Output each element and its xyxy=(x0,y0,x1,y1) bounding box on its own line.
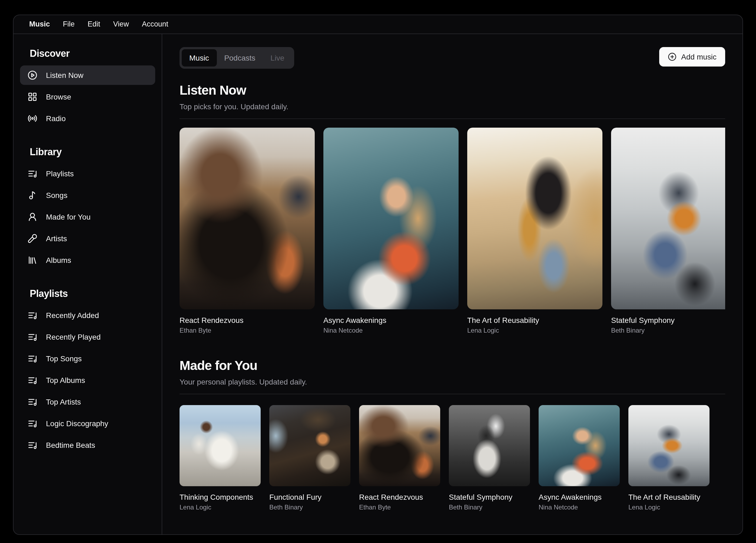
library-icon xyxy=(28,255,37,265)
album-artist: Ethan Byte xyxy=(180,327,315,334)
content-sections: Listen NowTop picks for you. Updated dai… xyxy=(180,82,725,511)
album-card[interactable]: Async AwakeningsNina Netcode xyxy=(539,405,620,511)
tabs: MusicPodcastsLive xyxy=(180,47,294,69)
tab-music[interactable]: Music xyxy=(182,49,217,67)
album-card[interactable]: Async AwakeningsNina Netcode xyxy=(323,128,459,334)
album-card[interactable]: React RendezvousEthan Byte xyxy=(359,405,440,511)
add-music-button[interactable]: Add music xyxy=(659,47,725,67)
album-artist: Nina Netcode xyxy=(539,504,620,511)
sidebar-section-title: Library xyxy=(20,144,155,160)
sidebar-section-items: Recently AddedRecently PlayedTop SongsTo… xyxy=(20,306,155,455)
list-music-icon xyxy=(28,440,37,450)
album-artist: Lena Logic xyxy=(467,327,602,334)
sidebar-item-playlists[interactable]: Playlists xyxy=(20,164,155,183)
sidebar-section-discover: DiscoverListen NowBrowseRadio xyxy=(20,46,155,128)
album-card[interactable]: The Art of ReusabilityLena Logic xyxy=(628,405,709,511)
section-title-listen-now: Listen Now xyxy=(180,82,725,99)
sidebar-item-albums[interactable]: Albums xyxy=(20,250,155,270)
page: MusicFileEditViewAccount DiscoverListen … xyxy=(0,0,756,543)
album-card[interactable]: The Art of ReusabilityLena Logic xyxy=(467,128,602,334)
sidebar-section-library: LibraryPlaylistsSongsMade for YouArtists… xyxy=(20,144,155,270)
sidebar-item-label: Made for You xyxy=(46,213,91,221)
album-card[interactable]: Stateful SymphonyBeth Binary xyxy=(449,405,530,511)
menubar-item-view[interactable]: View xyxy=(107,17,135,32)
menubar-item-account[interactable]: Account xyxy=(135,17,175,32)
sidebar-item-label: Artists xyxy=(46,235,67,242)
sidebar-section-items: Listen NowBrowseRadio xyxy=(20,65,155,128)
list-music-icon xyxy=(28,419,37,428)
app-window: MusicFileEditViewAccount DiscoverListen … xyxy=(13,15,743,535)
album-art-white-fashion xyxy=(180,405,261,486)
section-listen-now: Listen NowTop picks for you. Updated dai… xyxy=(180,82,725,334)
sidebar-item-top-artists[interactable]: Top Artists xyxy=(20,392,155,412)
circle-plus-icon xyxy=(668,52,676,61)
sidebar-item-recently-added[interactable]: Recently Added xyxy=(20,306,155,325)
menubar-item-music[interactable]: Music xyxy=(23,17,57,32)
sidebar-item-label: Albums xyxy=(46,256,71,264)
sidebar-section-title: Discover xyxy=(20,46,155,61)
sidebar-item-bedtime-beats[interactable]: Bedtime Beats xyxy=(20,435,155,455)
album-artist: Nina Netcode xyxy=(323,327,459,334)
sidebar-item-label: Logic Discography xyxy=(46,420,108,427)
album-title: Functional Fury xyxy=(269,493,350,501)
circle-play-icon xyxy=(28,70,37,80)
tab-podcasts[interactable]: Podcasts xyxy=(217,49,263,67)
list-music-icon xyxy=(28,332,37,342)
menubar-item-file[interactable]: File xyxy=(57,17,81,32)
album-artist: Beth Binary xyxy=(269,504,350,511)
list-music-icon xyxy=(28,375,37,385)
sidebar-item-recently-played[interactable]: Recently Played xyxy=(20,327,155,347)
sidebar-item-browse[interactable]: Browse xyxy=(20,87,155,107)
album-card[interactable]: Thinking ComponentsLena Logic xyxy=(180,405,261,511)
mic-icon xyxy=(28,234,37,243)
sidebar-item-top-albums[interactable]: Top Albums xyxy=(20,370,155,390)
album-artist: Lena Logic xyxy=(180,504,261,511)
sidebar-item-artists[interactable]: Artists xyxy=(20,229,155,248)
list-music-icon xyxy=(28,169,37,178)
sidebar-item-made-for-you[interactable]: Made for You xyxy=(20,207,155,227)
album-card[interactable]: Functional FuryBeth Binary xyxy=(269,405,350,511)
album-row-listen-now: React RendezvousEthan ByteAsync Awakenin… xyxy=(180,128,725,334)
sidebar-item-label: Top Songs xyxy=(46,355,82,362)
tab-live: Live xyxy=(263,49,292,67)
album-title: Stateful Symphony xyxy=(611,316,725,325)
sidebar-item-radio[interactable]: Radio xyxy=(20,109,155,128)
album-title: The Art of Reusability xyxy=(467,316,602,325)
sidebar-item-label: Bedtime Beats xyxy=(46,441,95,449)
sidebar-item-label: Top Artists xyxy=(46,398,81,406)
menubar: MusicFileEditViewAccount xyxy=(14,15,742,34)
sidebar-item-logic-discography[interactable]: Logic Discography xyxy=(20,414,155,433)
album-art-guitar-busker xyxy=(628,405,709,486)
sidebar-item-listen-now[interactable]: Listen Now xyxy=(20,65,155,85)
sidebar-section-playlists: PlaylistsRecently AddedRecently PlayedTo… xyxy=(20,286,155,455)
add-music-label: Add music xyxy=(681,53,717,61)
album-art-sax-busker xyxy=(467,128,602,309)
sidebar: DiscoverListen NowBrowseRadioLibraryPlay… xyxy=(14,34,162,534)
separator xyxy=(180,394,725,394)
list-music-icon xyxy=(28,354,37,363)
list-music-icon xyxy=(28,310,37,320)
album-title: Stateful Symphony xyxy=(449,493,530,501)
album-title: The Art of Reusability xyxy=(628,493,709,501)
album-title: React Rendezvous xyxy=(359,493,440,501)
album-art-window-headphones xyxy=(323,128,459,309)
album-title: Async Awakenings xyxy=(539,493,620,501)
album-card[interactable]: Stateful SymphonyBeth Binary xyxy=(611,128,725,334)
sidebar-section-items: PlaylistsSongsMade for YouArtistsAlbums xyxy=(20,164,155,270)
sidebar-item-label: Songs xyxy=(46,191,67,199)
sidebar-item-label: Playlists xyxy=(46,170,74,177)
album-artist: Ethan Byte xyxy=(359,504,440,511)
sidebar-item-label: Listen Now xyxy=(46,71,84,79)
album-card[interactable]: React RendezvousEthan Byte xyxy=(180,128,315,334)
music-note-icon xyxy=(28,190,37,200)
sidebar-item-top-songs[interactable]: Top Songs xyxy=(20,349,155,368)
sidebar-item-songs[interactable]: Songs xyxy=(20,186,155,205)
sidebar-item-label: Browse xyxy=(46,93,71,101)
sidebar-item-label: Recently Played xyxy=(46,333,101,341)
album-artist: Beth Binary xyxy=(611,327,725,334)
album-art-piano-player xyxy=(269,405,350,486)
section-made-for-you: Made for YouYour personal playlists. Upd… xyxy=(180,357,725,511)
menubar-item-edit[interactable]: Edit xyxy=(81,17,107,32)
list-music-icon xyxy=(28,397,37,407)
section-subtitle: Your personal playlists. Updated daily. xyxy=(180,376,725,387)
